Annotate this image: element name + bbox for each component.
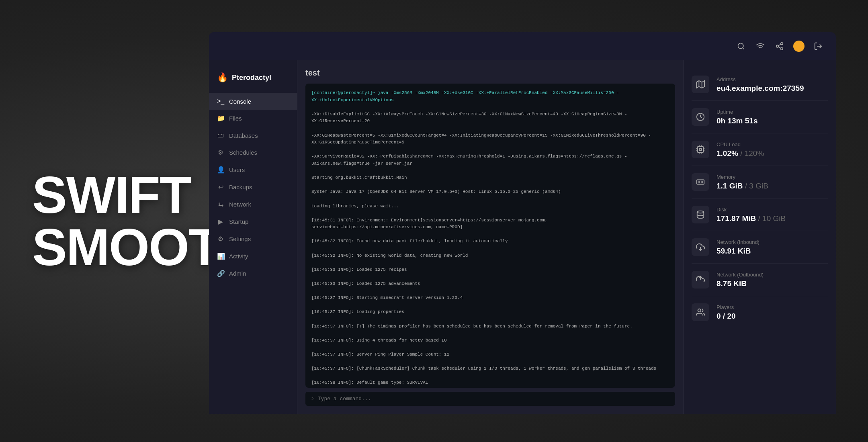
sidebar-label-schedules: Schedules (229, 149, 257, 156)
power-icon[interactable] (813, 41, 824, 52)
stat-address-info: Address eu4.example.com:27359 (717, 76, 804, 93)
console-line: [16:45:38 INFO]: Default game type: SURV… (311, 379, 669, 387)
stat-cpu-info: CPU Load 1.02% / 120% (717, 141, 764, 158)
console-line: System Java: Java 17 (OpenJDK 64-Bit Ser… (311, 188, 669, 196)
stat-cpu: CPU Load 1.02% / 120% (692, 133, 828, 166)
svg-point-30 (698, 309, 701, 312)
stat-disk: Disk 171.87 MiB / 10 GiB (692, 198, 828, 231)
admin-icon: 🔗 (217, 270, 224, 277)
sidebar-item-settings[interactable]: ⚙ Settings (209, 230, 297, 248)
console-line: [16:45:37 INFO]: Using 4 threads for Net… (311, 337, 669, 344)
cpu-value: 1.02% / 120% (717, 149, 764, 158)
disk-icon (692, 206, 709, 223)
user-avatar[interactable] (793, 41, 805, 52)
stat-network-out: Network (Outbound) 8.75 KiB (692, 264, 828, 296)
sidebar-item-admin[interactable]: 🔗 Admin (209, 265, 297, 282)
sidebar-label-databases: Databases (229, 132, 258, 139)
network-in-value: 59.91 KiB (717, 247, 760, 256)
svg-line-6 (778, 47, 781, 48)
startup-icon: ▶ (217, 218, 224, 225)
brand-name: Pterodactyl (232, 74, 271, 82)
players-value: 0 / 20 (717, 312, 736, 321)
players-label: Players (717, 304, 736, 310)
stat-network-in-info: Network (Inbound) 59.91 KiB (717, 239, 760, 256)
stat-memory-info: Memory 1.1 GiB / 3 GiB (717, 174, 768, 190)
files-icon: 📁 (217, 115, 224, 122)
stat-players-info: Players 0 / 20 (717, 304, 736, 321)
svg-point-3 (781, 43, 783, 45)
stat-players: Players 0 / 20 (692, 296, 828, 328)
network-in-icon (692, 238, 709, 256)
sidebar-label-admin: Admin (229, 270, 246, 277)
stats-panel: Address eu4.example.com:27359 Uptime 0h … (683, 60, 836, 414)
backups-icon: ↩ (217, 183, 224, 191)
svg-point-0 (738, 43, 743, 49)
disk-value: 171.87 MiB / 10 GiB (717, 214, 786, 223)
console-prompt: > (311, 396, 315, 402)
activity-icon: 📊 (217, 252, 224, 260)
sidebar-item-console[interactable]: >_ Console (209, 93, 297, 110)
address-icon (692, 76, 709, 93)
sidebar-label-files: Files (229, 115, 242, 122)
main-content: 🔥 Pterodactyl >_ Console 📁 Files 🗃 Datab… (209, 60, 836, 414)
players-icon (692, 303, 709, 321)
svg-point-5 (781, 48, 783, 50)
sidebar-item-databases[interactable]: 🗃 Databases (209, 127, 297, 144)
wifi-icon[interactable] (755, 41, 766, 52)
cpu-icon (692, 141, 709, 158)
uptime-value: 0h 13m 51s (717, 117, 757, 125)
console-line: [16:45:37 INFO]: Starting minecraft serv… (311, 295, 669, 302)
svg-line-7 (778, 44, 781, 46)
cpu-label: CPU Load (717, 141, 764, 147)
memory-value: 1.1 GiB / 3 GiB (717, 182, 768, 190)
console-line: Loading libraries, please wait... (311, 203, 669, 210)
uptime-label: Uptime (717, 109, 757, 115)
sidebar-item-users[interactable]: 👤 Users (209, 161, 297, 178)
sidebar-item-backups[interactable]: ↩ Backups (209, 178, 297, 196)
sidebar-item-schedules[interactable]: ⚙ Schedules (209, 144, 297, 161)
settings-icon: ⚙ (217, 235, 224, 243)
brand-icon: 🔥 (217, 72, 228, 83)
sidebar-item-activity[interactable]: 📊 Activity (209, 248, 297, 265)
network-out-value: 8.75 KiB (717, 279, 764, 288)
sidebar-label-settings: Settings (229, 235, 251, 242)
address-label: Address (717, 76, 804, 82)
console-line: [16:45:33 INFO]: Loaded 1275 recipes (311, 266, 669, 274)
network-out-icon (692, 271, 709, 289)
server-name: test (305, 68, 675, 78)
sidebar-item-network[interactable]: ⇆ Network (209, 196, 297, 213)
svg-rect-12 (698, 147, 704, 153)
console-line: [16:45:37 INFO]: [!] The timings profile… (311, 323, 669, 330)
console-line: [16:45:37 INFO]: Loading properties (311, 309, 669, 316)
stat-memory: Memory 1.1 GiB / 3 GiB (692, 166, 828, 198)
main-panel: Start Restart Stop 🔥 Pterodactyl >_ Cons… (209, 32, 836, 414)
sidebar-label-activity: Activity (229, 253, 248, 260)
schedules-icon: ⚙ (217, 149, 224, 156)
search-icon[interactable] (735, 41, 747, 52)
console-area: test [container@pterodactyl]~ java -Xms2… (297, 60, 683, 414)
sidebar-item-startup[interactable]: ▶ Startup (209, 213, 297, 230)
console-line: [16:45:37 INFO]: [ChunkTaskScheduler] Ch… (311, 365, 669, 372)
stat-uptime-info: Uptime 0h 13m 51s (717, 109, 757, 125)
top-bar (209, 32, 836, 60)
console-input[interactable] (318, 396, 669, 402)
console-line: [16:45:31 INFO]: Environment: Environmen… (311, 217, 669, 231)
uptime-icon (692, 108, 709, 126)
network-icon: ⇆ (217, 201, 224, 208)
sidebar-item-files[interactable]: 📁 Files (209, 110, 297, 127)
databases-icon: 🗃 (217, 132, 224, 139)
disk-label: Disk (717, 207, 786, 213)
share-icon[interactable] (774, 41, 785, 52)
console-line: [16:45:32 INFO]: No existing world data,… (311, 252, 669, 260)
address-value: eu4.example.com:27359 (717, 84, 804, 93)
svg-point-27 (697, 211, 704, 213)
sidebar-label-console: Console (229, 98, 251, 105)
console-input-bar[interactable]: > (305, 392, 675, 406)
stat-network-in: Network (Inbound) 59.91 KiB (692, 231, 828, 264)
stat-network-out-info: Network (Outbound) 8.75 KiB (717, 272, 764, 288)
sidebar-label-users: Users (229, 166, 245, 173)
sidebar-label-startup: Startup (229, 218, 248, 225)
console-line: -XX:SurvivorRatio=32 -XX:+PerfDisableSha… (311, 153, 669, 167)
console-line: -XX:G1HeapWastePercent=5 -XX:G1MixedGCCo… (311, 132, 669, 146)
stat-disk-info: Disk 171.87 MiB / 10 GiB (717, 207, 786, 223)
